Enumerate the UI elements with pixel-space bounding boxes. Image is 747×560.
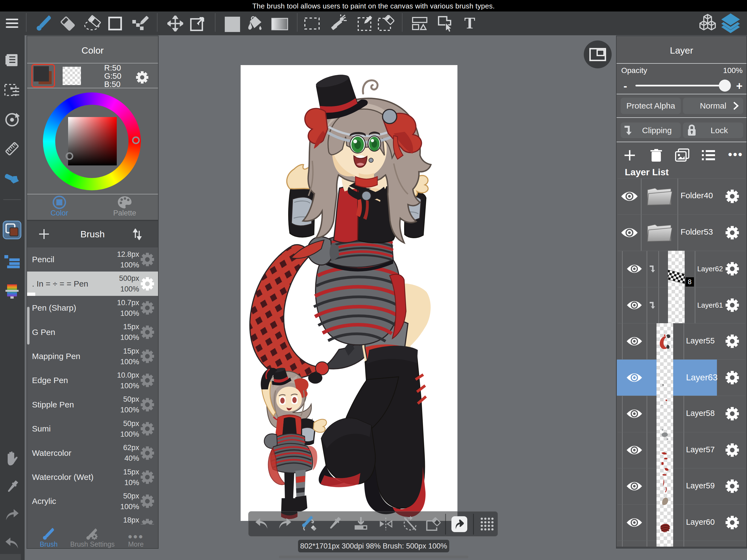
svg-text:T: T [464,16,475,31]
